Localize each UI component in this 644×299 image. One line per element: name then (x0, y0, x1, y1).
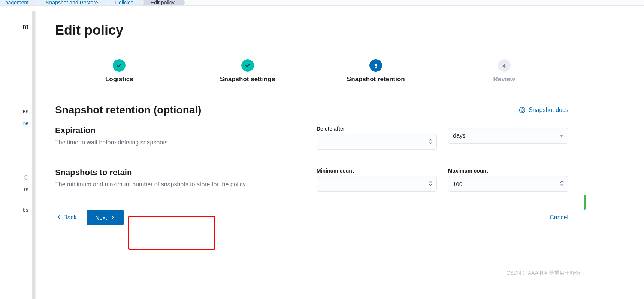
watermark: CSDN @AAA服务器重启王师傅 (506, 270, 580, 277)
sidebar: nt es re ? rs bs (0, 11, 36, 299)
sidebar-item-label: rs (24, 186, 29, 192)
delete-after-label: Delete after (317, 126, 437, 132)
sidebar-item-label: bs (22, 207, 28, 213)
min-count-field[interactable] (321, 181, 432, 187)
breadcrumb: nagement Snapshot and Restore Policies E… (0, 0, 644, 6)
delete-after-field[interactable] (321, 139, 432, 145)
breadcrumb-item-current: Edit policy (140, 0, 181, 6)
step-label: Snapshot retention (312, 76, 440, 83)
main-content: Edit policy Logistics Snapshot settings … (39, 11, 584, 299)
step-label: Review (440, 76, 569, 83)
wizard-stepper: Logistics Snapshot settings 3 Snapshot r… (55, 59, 568, 83)
expiration-description: The time to wait before deleting snapsho… (55, 139, 302, 146)
step-label: Logistics (55, 76, 184, 83)
number-stepper-icon[interactable] (428, 180, 433, 188)
cancel-button[interactable]: Cancel (550, 214, 568, 221)
min-count-input[interactable] (317, 176, 437, 192)
scrollbar[interactable] (584, 195, 586, 210)
max-count-input[interactable] (448, 176, 568, 192)
chevron-left-icon (57, 214, 61, 221)
unit-select[interactable]: days (448, 128, 568, 144)
snapshot-docs-link[interactable]: Snapshot docs (519, 107, 568, 113)
sidebar-item[interactable]: bs (0, 204, 35, 216)
next-label: Next (96, 214, 107, 221)
sidebar-item[interactable]: ? (0, 171, 35, 183)
step-review[interactable]: 4 Review (440, 59, 569, 83)
breadcrumb-item[interactable]: Snapshot and Restore (35, 0, 105, 6)
expiration-heading: Expiration (55, 126, 302, 135)
lifebuoy-icon (519, 107, 526, 113)
section-title: Snapshot retention (optional) (55, 104, 201, 116)
step-logistics[interactable]: Logistics (55, 59, 184, 83)
breadcrumb-label: Edit policy (151, 0, 175, 6)
breadcrumb-label: nagement (5, 0, 28, 6)
next-button[interactable]: Next (87, 210, 124, 225)
breadcrumb-label: Policies (115, 0, 133, 6)
number-stepper-icon[interactable] (560, 180, 564, 188)
check-icon (241, 59, 254, 72)
chevron-down-icon (559, 133, 564, 139)
help-icon: ? (24, 175, 28, 180)
sidebar-item-label: es (22, 108, 28, 114)
scrollbar[interactable] (32, 11, 35, 299)
max-count-label: Maximum count (448, 168, 568, 174)
back-button[interactable]: Back (55, 211, 78, 224)
breadcrumb-item[interactable]: Policies (105, 0, 140, 6)
retain-heading: Snapshots to retain (55, 168, 302, 177)
step-number-icon: 3 (369, 59, 382, 72)
min-count-label: Mininum count (317, 168, 437, 174)
docs-link-label: Snapshot docs (529, 107, 568, 113)
breadcrumb-label: Snapshot and Restore (46, 0, 98, 6)
step-number-icon: 4 (498, 59, 511, 72)
max-count-field[interactable] (453, 181, 563, 187)
step-label: Snapshot settings (184, 76, 312, 83)
sidebar-item-label: re (23, 120, 28, 126)
unit-value: days (453, 132, 466, 139)
sidebar-item[interactable]: rs (0, 183, 35, 195)
step-snapshot-settings[interactable]: Snapshot settings (184, 59, 312, 83)
step-snapshot-retention[interactable]: 3 Snapshot retention (312, 59, 440, 83)
cancel-label: Cancel (550, 214, 568, 220)
number-stepper-icon[interactable] (428, 138, 433, 146)
check-icon (113, 59, 126, 72)
retain-description: The minimum and maximum number of snapsh… (55, 181, 302, 188)
back-label: Back (63, 214, 77, 221)
svg-point-1 (521, 109, 523, 111)
delete-after-input[interactable] (317, 134, 437, 150)
page-title: Edit policy (55, 22, 568, 38)
breadcrumb-item[interactable]: nagement (0, 0, 35, 6)
chevron-right-icon (111, 214, 115, 221)
sidebar-item[interactable]: re (0, 117, 35, 129)
sidebar-item[interactable]: es (0, 105, 35, 117)
sidebar-heading: nt (0, 20, 35, 34)
